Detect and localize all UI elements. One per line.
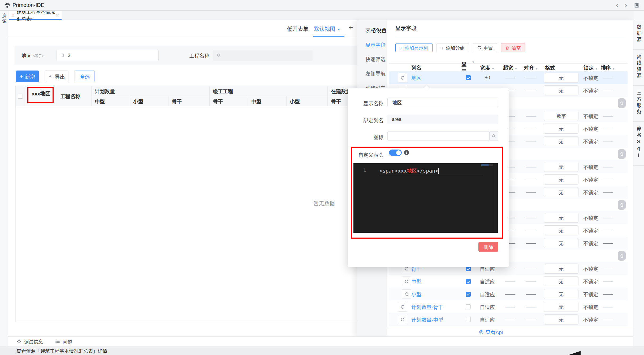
col-header-project[interactable]: 工程名称 [57, 86, 92, 106]
lock-value[interactable]: 不锁定 [581, 163, 600, 170]
format-select[interactable]: 无 [544, 264, 578, 274]
width-value[interactable]: 自适应 [475, 303, 500, 310]
forward-icon[interactable]: › [625, 2, 628, 9]
lock-value[interactable]: 不锁定 [581, 291, 600, 298]
format-select[interactable]: 无 [544, 187, 578, 197]
icon-search-button[interactable] [490, 131, 498, 141]
width-value[interactable]: 80 [475, 75, 500, 81]
show-checkbox[interactable] [466, 279, 471, 284]
field-row[interactable]: 计划数量-骨干自适应————无不锁定—— [389, 300, 628, 313]
format-select[interactable]: 无 [544, 162, 578, 172]
width-value[interactable]: 自适应 [475, 278, 500, 285]
icon-input[interactable] [387, 131, 490, 141]
show-checkbox[interactable] [466, 292, 471, 297]
refresh-icon[interactable] [402, 277, 411, 286]
refresh-icon[interactable] [398, 315, 407, 324]
col-overwide-header[interactable]: 超宽▼ [500, 64, 521, 71]
delete-group-button[interactable] [618, 200, 626, 210]
field-row[interactable]: 地区80————无不锁定—— [389, 71, 628, 84]
delete-button[interactable]: 删除 [478, 242, 498, 252]
format-select[interactable]: 无 [544, 73, 578, 83]
lock-value[interactable]: 不锁定 [581, 125, 600, 132]
format-select[interactable]: 无 [544, 213, 578, 223]
format-select[interactable]: 数字 [544, 111, 578, 121]
problems-tab[interactable]: 问题 [55, 338, 72, 345]
refresh-icon[interactable] [402, 289, 411, 299]
delete-group-button[interactable] [618, 98, 626, 108]
show-checkbox[interactable] [466, 317, 471, 322]
back-icon[interactable]: ‹ [616, 2, 618, 9]
col-header-area[interactable]: xxx地区 [25, 86, 57, 106]
export-button[interactable]: 导出 [45, 71, 68, 82]
right-rail-tab-3[interactable]: 命名Sql [633, 122, 644, 166]
lock-value[interactable]: 不锁定 [581, 138, 600, 145]
lock-value[interactable]: 不锁定 [581, 303, 600, 310]
col-header[interactable]: 小型 [130, 96, 168, 106]
column-name-link[interactable]: 地区 [411, 74, 461, 81]
col-sort-header[interactable]: 排序▼ [600, 64, 616, 71]
col-header[interactable]: 小型 [287, 96, 328, 106]
right-rail-tab-1[interactable]: 离线资源 [633, 50, 644, 86]
format-select[interactable]: 无 [544, 124, 578, 134]
show-checkbox[interactable] [466, 304, 471, 309]
add-view-button[interactable]: + [349, 23, 353, 32]
field-row[interactable]: 小型自适应————无不锁定—— [389, 288, 628, 300]
add-display-column-button[interactable]: + 添加显示列 [395, 43, 433, 52]
close-icon[interactable]: × [56, 12, 59, 18]
delete-group-button[interactable] [618, 149, 626, 159]
add-group-button[interactable]: + 添加分组 [436, 43, 469, 52]
col-group-plan[interactable]: 计划数量 [92, 86, 210, 96]
column-name-link[interactable]: 小型 [411, 291, 461, 298]
column-name-link[interactable]: 中型 [411, 278, 461, 285]
format-select[interactable]: 无 [544, 276, 578, 286]
format-select[interactable]: 无 [544, 289, 578, 299]
area-filter-input[interactable]: 2 [57, 50, 159, 61]
col-header[interactable]: 中型 [92, 96, 130, 106]
reset-button[interactable]: 重置 [473, 43, 497, 52]
custom-header-toggle[interactable] [389, 150, 402, 156]
right-rail-tab-2[interactable]: 三方服务 [633, 86, 644, 122]
col-group-completed[interactable]: 竣工工程 [210, 86, 328, 96]
format-select[interactable]: 无 [544, 225, 578, 235]
lock-value[interactable]: 不锁定 [581, 265, 600, 272]
refresh-icon[interactable] [398, 73, 407, 82]
lock-value[interactable]: 不锁定 [581, 240, 600, 247]
display-name-input[interactable]: 地区 [387, 98, 498, 107]
editor-tab[interactable]: 建筑工程基本情况汇总表* × [9, 11, 62, 20]
left-rail-tab-resources[interactable]: 资源 [1, 13, 7, 24]
lock-value[interactable]: 不锁定 [581, 278, 600, 285]
custom-header-code-editor[interactable]: 1 <span>xxx地区</span> [353, 163, 498, 233]
add-button[interactable]: + 新增 [16, 71, 39, 82]
lock-value[interactable]: 不锁定 [581, 316, 600, 323]
lock-value[interactable]: 不锁定 [581, 74, 600, 81]
col-header[interactable]: 骨干 [210, 96, 248, 106]
format-select[interactable]: 无 [544, 238, 578, 248]
lock-value[interactable]: 不锁定 [581, 227, 600, 234]
format-select[interactable]: 无 [544, 136, 578, 146]
lock-value[interactable]: 不锁定 [581, 112, 600, 120]
nav-item-display-fields[interactable]: 显示字段 [365, 41, 387, 48]
col-header[interactable]: 骨干 [168, 96, 210, 106]
lowcode-form-link[interactable]: 低开表单 [287, 25, 308, 33]
view-api-link[interactable]: 查看Api [486, 328, 503, 335]
lock-value[interactable]: 不锁定 [581, 189, 600, 196]
clear-button[interactable]: 清空 [501, 43, 525, 52]
format-select[interactable]: 无 [544, 174, 578, 185]
info-icon[interactable]: i [404, 150, 409, 155]
nav-item-left-nav[interactable]: 左侧导航 [365, 70, 387, 77]
width-value[interactable]: 自适应 [475, 316, 500, 323]
lock-value[interactable]: 不锁定 [581, 214, 600, 221]
field-row[interactable]: 中型自适应————无不锁定—— [389, 275, 628, 288]
project-filter-input[interactable] [213, 50, 313, 61]
column-name-link[interactable]: 计划数量-骨干 [411, 303, 461, 310]
delete-group-button[interactable] [618, 251, 626, 261]
col-lock-header[interactable]: 锁定▼ [581, 64, 600, 71]
select-all-button[interactable]: 全选 [75, 71, 95, 82]
lock-value[interactable]: 不锁定 [581, 176, 600, 183]
refresh-icon[interactable] [398, 302, 407, 312]
lock-value[interactable]: 不锁定 [581, 87, 600, 94]
format-select[interactable]: 无 [544, 302, 578, 312]
col-name-header[interactable]: 列名 [411, 64, 461, 71]
area-filter-operator[interactable]: <等于> [33, 53, 44, 58]
col-header[interactable]: 中型 [248, 96, 287, 106]
